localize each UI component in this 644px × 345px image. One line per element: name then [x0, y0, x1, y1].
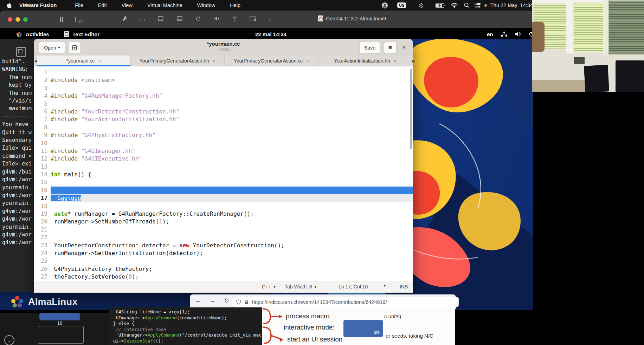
input-source-indicator[interactable]: US	[397, 0, 406, 11]
collapse-toolbar-chevron[interactable]: ‹	[269, 16, 271, 23]
battery-icon[interactable]	[435, 0, 446, 11]
editor-scrollbar[interactable]	[410, 69, 412, 149]
menubar-menu-help[interactable]: Help	[230, 2, 240, 8]
menubar-menu-window[interactable]: Window	[197, 2, 215, 8]
code-line-text[interactable]: #include "G4UImanager.hh"	[51, 147, 413, 155]
zoom-window-button[interactable]	[23, 17, 28, 22]
code-line-text[interactable]: #include "G4RunManagerFactory.hh"	[51, 92, 413, 100]
code-line-text[interactable]: theFactory.SetVerbose(0);	[51, 273, 413, 281]
cursor-position-indicator[interactable]: Ln 17, Col 10	[339, 284, 368, 289]
new-tab-button[interactable]	[68, 42, 81, 53]
tab-yourprimarygeneratoractioncc[interactable]: YourPrimaryGeneratorAction.cc×	[225, 56, 318, 66]
code-editing-area[interactable]: 12#include <iostream>34#include "G4RunMa…	[34, 66, 413, 281]
menubar-menu-edit[interactable]: Edit	[98, 2, 107, 8]
code-line-text[interactable]: YourDetectorConstruction* detector = new…	[51, 242, 413, 249]
scroll-tabs-right-button[interactable]: ▶	[412, 56, 415, 66]
menubar-clock[interactable]: Thu 22 May 14:34	[487, 0, 533, 11]
code-line-text[interactable]	[51, 163, 413, 171]
browser-forward-button[interactable]: →	[210, 297, 215, 305]
code-line-text[interactable]	[51, 187, 413, 194]
code-arrows-icon[interactable]: ‹·›	[140, 17, 145, 22]
control-center-icon[interactable]	[474, 0, 481, 11]
tab-close-icon[interactable]: ×	[98, 58, 101, 64]
wifi-icon[interactable]	[451, 0, 458, 11]
webcam-monitor-2	[616, 60, 644, 92]
terminal-window[interactable]: build".WARNING: The num kept by The num …	[0, 39, 34, 292]
menubar-menu-view[interactable]: View	[122, 2, 133, 8]
tab-width-selector[interactable]: Tab Width: 8▾	[285, 284, 316, 289]
sound-icon[interactable]	[213, 15, 220, 23]
code-line-text[interactable]	[51, 69, 413, 76]
code-line-text[interactable]	[51, 257, 413, 265]
editor-close-button[interactable]: ×	[399, 42, 410, 53]
save-button-label: Save	[364, 45, 375, 51]
menubar-app-name[interactable]: VMware Fusion	[19, 2, 57, 8]
spotlight-search-icon[interactable]	[464, 0, 470, 11]
close-window-button[interactable]	[8, 17, 12, 22]
focused-app-menu[interactable]: Text Editor	[64, 29, 99, 39]
bluetooth-icon[interactable]	[419, 0, 423, 11]
code-line-text[interactable]	[51, 234, 413, 241]
tab-close-icon[interactable]: ×	[394, 58, 397, 64]
terminal-line: yourmain.	[2, 199, 34, 207]
activities-button[interactable]: Activities	[16, 29, 49, 39]
vm-window-title: Geant4.11.3.2-AlmaLinux9	[326, 16, 386, 21]
code-line-text[interactable]	[51, 202, 413, 210]
notifications-bell-icon[interactable]	[195, 15, 201, 23]
code-line-text[interactable]	[51, 84, 413, 92]
url-bar[interactable]: https://indico.cern.ch/event/1410347/con…	[232, 297, 459, 307]
pause-vm-button[interactable]	[60, 17, 63, 22]
account-status-icon[interactable]	[381, 0, 388, 11]
code-line-text[interactable]	[51, 226, 413, 234]
slide-code-segment: ui->	[113, 338, 124, 344]
bottom-left-panel: 16 ⌄	[0, 313, 109, 345]
tab-close-icon[interactable]: ×	[213, 58, 215, 64]
menubar-menu-virtual-machine[interactable]: Virtual Machine	[147, 2, 182, 8]
main-menu-button[interactable]: ≡	[384, 42, 397, 53]
code-line-text[interactable]: G4PhysListFactory theFactory;	[51, 265, 413, 273]
menubar-menu-file[interactable]: File	[75, 2, 83, 8]
open-button[interactable]: Open ▾	[39, 42, 65, 53]
snapshots-button[interactable]	[75, 17, 81, 22]
position-menu-caret[interactable]: ▾	[384, 284, 386, 288]
code-line-text[interactable]	[51, 100, 413, 108]
code-line-text[interactable]: int main() {	[51, 171, 413, 178]
code-line-text[interactable]	[51, 139, 413, 147]
code-line-text[interactable]: Gggtggg	[51, 194, 413, 202]
code-line-text[interactable]: #include "G4UIExecutive.hh"	[51, 155, 413, 163]
code-line-text[interactable]: auto* runManager = G4RunManagerFactory::…	[51, 210, 413, 218]
circle-chevron-icon[interactable]: ⌄	[4, 335, 14, 345]
browser-back-button[interactable]: ←	[195, 297, 201, 305]
code-line-text[interactable]	[51, 124, 413, 131]
code-line-text[interactable]	[51, 178, 413, 186]
apple-menu-icon[interactable]	[6, 2, 12, 8]
screenshot-display-icon[interactable]	[249, 15, 257, 23]
gnome-system-indicators[interactable]: en	[487, 29, 534, 39]
code-line-text[interactable]: runManager->SetNumberOfThreads(1);	[51, 218, 413, 226]
browser-reload-button[interactable]: ↻	[224, 297, 229, 305]
slide-text-fragment-bottom: er seeds, taking N/C	[386, 333, 433, 339]
code-line-text[interactable]: runManager->SetUserInitialization(detect…	[51, 249, 413, 257]
gnome-clock[interactable]: 22 mai 14:34	[255, 29, 286, 39]
cd-drive-icon[interactable]	[176, 15, 183, 23]
shield-icon[interactable]	[236, 299, 241, 305]
save-button[interactable]: Save	[359, 42, 380, 53]
code-segment-pl: main() {	[61, 171, 91, 178]
settings-wrench-icon[interactable]	[121, 15, 128, 24]
scroll-tabs-left-button[interactable]: ◀	[34, 56, 37, 66]
tab-close-icon[interactable]: ×	[306, 58, 309, 64]
language-selector[interactable]: C++▾	[262, 284, 276, 289]
minimize-window-button[interactable]	[15, 17, 20, 22]
line-number: 18	[34, 202, 51, 210]
hard-disk-icon[interactable]	[157, 15, 164, 23]
tab-youractioninitializationhh[interactable]: YourActionInitialization.hh×	[318, 56, 412, 66]
slide-text-fragment-top: c.units)	[384, 313, 401, 319]
tab-yourprimarygeneratoractionhh[interactable]: YourPrimaryGeneratorAction.hh×	[131, 56, 225, 66]
code-line-text[interactable]: #include "YourActionInitialization.hh"	[51, 116, 413, 123]
code-line: 12#include "G4UIExecutive.hh"	[34, 155, 413, 163]
tab-yourmaincc[interactable]: *yourmain.cc×	[37, 56, 131, 66]
code-line-text[interactable]: #include "YourDetectorConstruction.hh"	[51, 108, 413, 116]
code-line-text[interactable]: #include <iostream>	[51, 76, 413, 84]
code-line-text[interactable]: #include "G4PhysListFactory.hh"	[51, 131, 413, 139]
usb-icon[interactable]	[232, 15, 237, 24]
